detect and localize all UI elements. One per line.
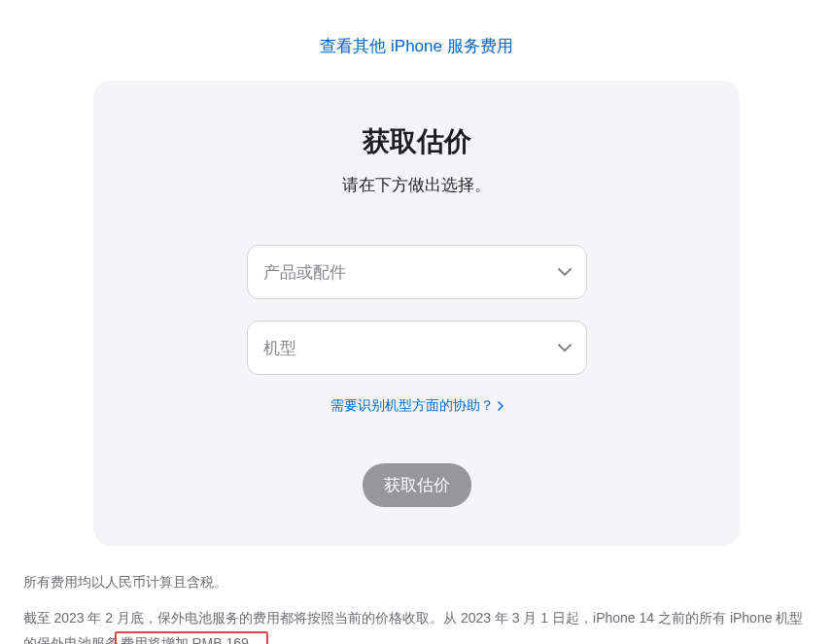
chevron-right-icon bbox=[498, 398, 503, 414]
model-select[interactable]: 机型 bbox=[247, 321, 587, 375]
estimate-card: 获取估价 请在下方做出选择。 产品或配件 机型 需要识别机型方面的协助？ 获取估… bbox=[93, 81, 740, 546]
card-subtitle: 请在下方做出选择。 bbox=[132, 174, 701, 196]
identify-model-help-link[interactable]: 需要识别机型方面的协助？ bbox=[330, 397, 503, 415]
view-other-services-link[interactable]: 查看其他 iPhone 服务费用 bbox=[320, 37, 512, 55]
help-link-label: 需要识别机型方面的协助？ bbox=[330, 397, 494, 415]
product-select[interactable]: 产品或配件 bbox=[247, 245, 587, 299]
get-estimate-button[interactable]: 获取估价 bbox=[363, 463, 471, 507]
footnotes: 所有费用均以人民币计算且含税。 截至 2023 年 2 月底，保外电池服务的费用… bbox=[14, 569, 820, 644]
highlighted-text: 费用将增加 RMB 169。 bbox=[115, 631, 268, 644]
footnote-tax: 所有费用均以人民币计算且含税。 bbox=[23, 569, 811, 595]
card-title: 获取估价 bbox=[132, 123, 701, 160]
footnote-price-change: 截至 2023 年 2 月底，保外电池服务的费用都将按照当前的价格收取。从 20… bbox=[23, 605, 811, 644]
